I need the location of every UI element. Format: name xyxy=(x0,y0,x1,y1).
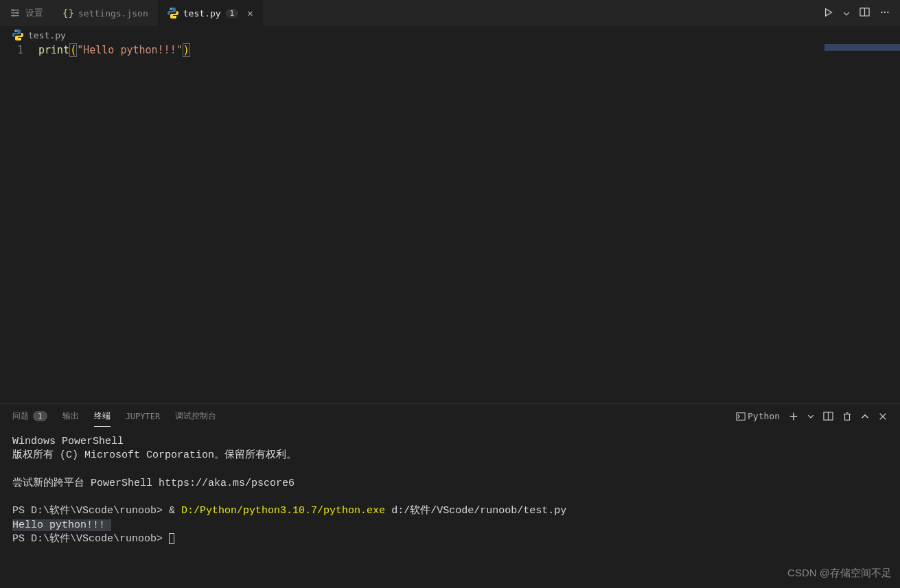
svg-point-3 xyxy=(12,9,14,11)
terminal-label: Python xyxy=(748,411,780,421)
tab-label: settings.json xyxy=(78,8,148,19)
chevron-up-icon[interactable] xyxy=(861,412,869,421)
chevron-down-icon[interactable] xyxy=(807,413,814,420)
svg-point-5 xyxy=(13,14,15,16)
panel-tab-label: JUPYTER xyxy=(126,412,161,421)
svg-point-12 xyxy=(884,11,886,12)
minimap[interactable] xyxy=(824,44,900,403)
settings-icon xyxy=(10,8,21,19)
svg-rect-16 xyxy=(737,412,745,420)
terminal-type-selector[interactable]: Python xyxy=(736,411,780,421)
svg-rect-2 xyxy=(11,15,19,16)
token-function: print xyxy=(38,44,69,56)
panel-tab-debug-console[interactable]: 调试控制台 xyxy=(175,406,216,426)
panel-tab-label: 问题 xyxy=(12,410,29,422)
split-editor-icon[interactable] xyxy=(859,7,870,20)
svg-point-7 xyxy=(170,8,172,10)
panel-tab-label: 调试控制台 xyxy=(175,410,216,422)
line-number: 1 xyxy=(0,44,38,56)
terminal-output[interactable]: Windows PowerShell 版权所有 (C) Microsoft Co… xyxy=(0,428,900,588)
watermark: CSDN @存储空间不足 xyxy=(787,567,892,580)
minimap-viewport[interactable] xyxy=(824,44,900,51)
terminal-highlighted-output: Hello python!!! xyxy=(12,519,111,531)
json-icon: {} xyxy=(62,8,73,19)
code-line: print("Hello python!!!") xyxy=(38,44,190,56)
svg-point-11 xyxy=(881,11,882,12)
run-icon[interactable] xyxy=(824,7,833,20)
tab-settings-json[interactable]: {} settings.json xyxy=(53,0,158,26)
svg-point-8 xyxy=(174,16,176,18)
tab-test-py[interactable]: test.py 1 ✕ xyxy=(158,0,263,26)
editor-actions xyxy=(824,7,900,20)
python-icon xyxy=(12,30,23,40)
panel-tab-terminal[interactable]: 终端 xyxy=(94,406,111,427)
terminal-cursor xyxy=(169,533,174,544)
token-paren-open: ( xyxy=(69,43,77,57)
panel-tab-problems[interactable]: 问题 1 xyxy=(12,406,47,426)
panel-tabs: 问题 1 输出 终端 JUPYTER 调试控制台 Python xyxy=(0,404,900,428)
new-terminal-icon[interactable] xyxy=(789,412,798,421)
terminal-line: 尝试新的跨平台 PowerShell https://aka.ms/pscore… xyxy=(12,478,295,489)
panel-actions: Python xyxy=(736,411,888,421)
close-panel-icon[interactable] xyxy=(878,412,888,421)
breadcrumb-file: test.py xyxy=(28,30,66,40)
chevron-down-icon[interactable] xyxy=(843,7,850,20)
tab-label: test.py xyxy=(183,8,221,19)
panel-tab-label: 输出 xyxy=(62,410,79,422)
svg-point-15 xyxy=(19,38,21,40)
problems-badge: 1 xyxy=(33,411,47,421)
terminal-line: Windows PowerShell xyxy=(12,436,124,447)
close-icon[interactable]: ✕ xyxy=(247,8,253,19)
kill-terminal-icon[interactable] xyxy=(842,412,852,421)
panel-tab-jupyter[interactable]: JUPYTER xyxy=(126,408,161,425)
svg-point-13 xyxy=(887,11,888,12)
svg-rect-21 xyxy=(845,414,850,420)
svg-point-4 xyxy=(16,12,19,14)
code-editor[interactable]: 1 print("Hello python!!!") xyxy=(0,44,900,403)
bottom-panel: 问题 1 输出 终端 JUPYTER 调试控制台 Python xyxy=(0,403,900,588)
editor-tabs: 设置 {} settings.json test.py 1 ✕ xyxy=(0,0,900,26)
tab-label: 设置 xyxy=(25,7,43,19)
more-icon[interactable] xyxy=(879,7,890,20)
terminal-command-path: D:/Python/python3.10.7/python.exe xyxy=(181,505,385,517)
terminal-line: 版权所有 (C) Microsoft Corporation。保留所有权利。 xyxy=(12,449,297,461)
breadcrumb[interactable]: test.py xyxy=(0,26,900,44)
svg-text:{}: {} xyxy=(62,8,73,19)
tab-modified-indicator: 1 xyxy=(226,9,239,18)
token-string: "Hello python!!!" xyxy=(77,44,183,56)
python-icon xyxy=(168,8,178,19)
panel-tab-output[interactable]: 输出 xyxy=(62,406,79,426)
panel-tab-label: 终端 xyxy=(94,410,111,422)
token-paren-close: ) xyxy=(183,43,190,57)
tab-settings[interactable]: 设置 xyxy=(0,0,53,26)
svg-point-14 xyxy=(15,30,16,32)
split-terminal-icon[interactable] xyxy=(823,411,833,421)
